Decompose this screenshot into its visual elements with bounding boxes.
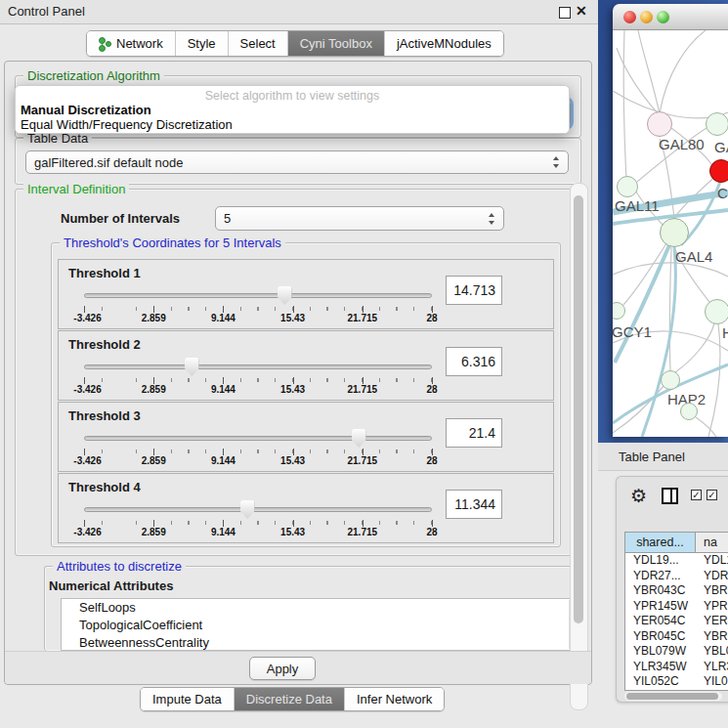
tab-impute-data[interactable]: Impute Data (141, 688, 235, 710)
network-node[interactable] (680, 403, 698, 420)
network-node[interactable] (617, 176, 638, 197)
network-node[interactable] (647, 111, 672, 137)
slider-track[interactable] (84, 293, 432, 298)
tab-cyni-toolbox[interactable]: Cyni Toolbox (288, 31, 385, 56)
network-view-window[interactable]: GAL80GACGAL11GAL4GCY1HHAP2 (613, 4, 728, 437)
slider-tick-labels: -3.4262.8599.14415.4321.71528 (84, 313, 432, 324)
table-cell[interactable]: YPR145W (625, 599, 696, 615)
table-cell[interactable]: YDL19... (625, 553, 696, 569)
float-window-icon[interactable] (559, 7, 571, 19)
network-node[interactable] (613, 302, 625, 320)
network-node[interactable] (705, 299, 728, 324)
tab-infer-network[interactable]: Infer Network (345, 688, 444, 710)
table-row[interactable]: YBR045CYBR0 (625, 629, 728, 645)
table-body: YDL19...YDL1YDR27...YDR2YBR043CYBR0YPR14… (625, 553, 728, 690)
table-cell[interactable]: YBR0 (696, 583, 728, 599)
table-row[interactable]: YBR043CYBR0 (625, 583, 728, 599)
threshold-value-field[interactable]: 21.4 (446, 418, 502, 448)
discretization-algorithm-group-title: Discretization Algorithm (23, 68, 164, 83)
table-cell[interactable]: YBL0 (696, 644, 728, 660)
network-node[interactable] (661, 370, 680, 390)
network-node[interactable] (706, 112, 728, 136)
dropdown-option-manual[interactable]: Manual Discretization (21, 103, 151, 117)
column-header-name[interactable]: na (696, 533, 728, 552)
tab-discretize-data[interactable]: Discretize Data (235, 688, 345, 710)
gear-icon[interactable]: ⚙ (630, 485, 647, 507)
threshold-value-field[interactable]: 11.344 (446, 490, 502, 519)
slider-major-ticks (84, 306, 432, 313)
zoom-traffic-light-icon[interactable] (657, 11, 669, 23)
table-row[interactable]: YBL079WYBL0 (625, 644, 728, 660)
close-traffic-light-icon[interactable] (623, 11, 636, 23)
threshold-slider[interactable]: -3.4262.8599.14415.4321.71528 (84, 428, 432, 467)
slider-thumb[interactable] (352, 429, 366, 448)
list-item[interactable]: BetweennessCentrality (62, 634, 583, 651)
tab-style[interactable]: Style (176, 31, 229, 56)
desktop-background: GAL80GACGAL11GAL4GCY1HHAP2 (598, 0, 728, 443)
table-cell[interactable]: YBR043C (625, 583, 696, 599)
table-cell[interactable]: YIL0 (696, 674, 728, 690)
threshold-slider[interactable]: -3.4262.8599.14415.4321.71528 (84, 499, 432, 538)
slider-track[interactable] (84, 507, 432, 512)
tab-jactivemnodules[interactable]: jActiveMNodules (385, 31, 503, 56)
list-item[interactable]: SelfLoops (62, 599, 583, 617)
table-cell[interactable]: YBR0 (696, 629, 728, 645)
table-cell[interactable]: YLR3 (696, 660, 728, 675)
table-row[interactable]: YDR27...YDR2 (625, 569, 728, 584)
slider-thumb[interactable] (278, 286, 292, 305)
control-panel-titlebar: Control Panel ✕ (0, 0, 598, 24)
table-cell[interactable]: YDR2 (696, 569, 728, 584)
network-node[interactable] (709, 159, 728, 183)
network-node[interactable] (660, 218, 689, 247)
checkbox-icon[interactable]: ✓ (691, 490, 702, 500)
tab-label: Style (188, 36, 216, 51)
table-cell[interactable]: YIL052C (625, 674, 696, 690)
table-cell[interactable]: YDR27... (625, 569, 696, 584)
threshold-slider[interactable]: -3.4262.8599.14415.4321.71528 (84, 357, 432, 396)
columns-icon[interactable] (662, 488, 678, 504)
slider-thumb[interactable] (240, 500, 255, 519)
table-cell[interactable]: YBR045C (625, 629, 696, 645)
slider-track[interactable] (84, 436, 432, 441)
list-item[interactable]: TopologicalCoefficient (62, 617, 583, 634)
column-header-shared-name[interactable]: shared... (625, 533, 696, 552)
table-cell[interactable]: YPR1 (696, 599, 728, 615)
table-cell[interactable]: YLR345W (625, 660, 696, 675)
slider-track[interactable] (84, 364, 432, 369)
threshold-value-field[interactable]: 14.713 (446, 276, 502, 305)
node-table: shared... na YDL19...YDL1YDR27...YDR2YBR… (624, 532, 728, 691)
thresholds-group-title: Threshold's Coordinates for 5 Intervals (60, 236, 285, 250)
table-row[interactable]: YDL19...YDL1 (625, 553, 728, 569)
table-horizontal-scrollbar[interactable] (624, 692, 722, 701)
top-tab-bar: Network Style Select Cyni Toolbox jActiv… (86, 30, 504, 57)
threshold-slider[interactable]: -3.4262.8599.14415.4321.71528 (84, 285, 432, 324)
table-data-combobox[interactable]: galFiltered.sif default node (25, 150, 569, 174)
table-row[interactable]: YER054CYER0 (625, 614, 728, 629)
checkbox-icon[interactable]: ✓ (707, 490, 717, 500)
tab-select[interactable]: Select (229, 31, 288, 56)
table-row[interactable]: YPR145WYPR1 (625, 599, 728, 615)
threshold-value-field[interactable]: 6.316 (446, 347, 502, 376)
table-row[interactable]: YLR345WYLR3 (625, 660, 728, 675)
minimize-traffic-light-icon[interactable] (640, 11, 653, 23)
table-row[interactable]: YIL052CYIL0 (625, 674, 728, 690)
tab-network[interactable]: Network (87, 31, 176, 56)
dropdown-option-equal-width[interactable]: Equal Width/Frequency Discretization (21, 117, 233, 132)
network-window-titlebar[interactable] (613, 4, 728, 30)
table-cell[interactable]: YDL1 (696, 553, 728, 569)
table-cell[interactable]: YBL079W (625, 644, 696, 660)
network-node-label: GA (714, 139, 728, 155)
slider-thumb[interactable] (185, 358, 199, 376)
tab-label: Cyni Toolbox (300, 36, 372, 51)
apply-button[interactable]: Apply (249, 657, 316, 680)
table-cell[interactable]: YER0 (696, 614, 728, 629)
number-of-intervals-combobox[interactable]: 5 (215, 206, 504, 231)
tab-label: jActiveMNodules (397, 36, 492, 51)
table-cell[interactable]: YER054C (625, 614, 696, 629)
network-canvas[interactable]: GAL80GACGAL11GAL4GCY1HHAP2 (613, 30, 728, 437)
close-icon[interactable]: ✕ (576, 3, 587, 19)
settings-scrollbar[interactable] (570, 183, 588, 710)
number-of-intervals-label: Number of Intervals (61, 211, 180, 226)
numerical-attributes-list[interactable]: SelfLoops TopologicalCoefficient Between… (61, 598, 584, 651)
attributes-group: Attributes to discretize Numerical Attri… (44, 566, 572, 651)
